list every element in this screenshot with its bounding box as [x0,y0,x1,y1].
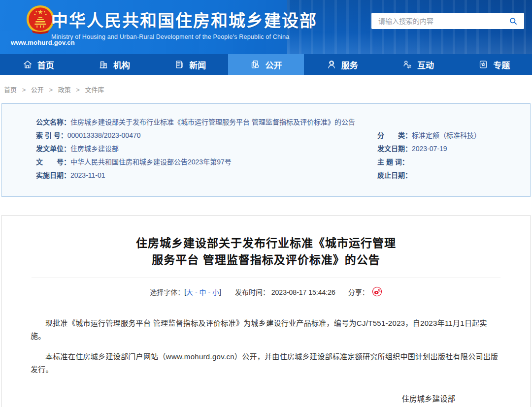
nav-label: 首页 [37,59,54,71]
nav-label: 机构 [113,59,130,71]
meta-row: 发文单位： 住房城乡建设部 发文日期： 2023-07-19 [36,142,520,156]
font-select-label: 选择字体： [150,287,184,297]
font-select-bracket-close: ] [219,288,221,296]
meta-label: 文 号： [36,156,70,169]
home-icon [22,59,33,70]
share-group: 分享： [348,286,382,297]
article-card: 住房城乡建设部关于发布行业标准《城市运行管理 服务平台 管理监督指标及评价标准》… [1,215,531,407]
search-box[interactable] [371,13,524,29]
meta-field-impl-date: 实施日期： 2023-11-01 [36,169,377,182]
meta-value: 000013338/2023-00470 [67,129,141,142]
meta-label: 主 题 词： [377,156,409,169]
title-divider [32,278,500,278]
font-size-medium-button[interactable]: 中 [200,287,206,297]
article-title: 住房城乡建设部关于发布行业标准《城市运行管理 服务平台 管理监督指标及评价标准》… [2,235,530,268]
share-label: 分享： [348,287,369,297]
meta-row: 实施日期： 2023-11-01 废止日期： [36,169,520,182]
meta-field-repeal-date: 废止日期： [377,169,520,182]
meta-row-doc-name: 公文名称： 住房城乡建设部关于发布行业标准《城市运行管理服务平台 管理监督指标及… [36,116,520,129]
article-title-line1: 住房城乡建设部关于发布行业标准《城市运行管理 [2,235,530,251]
article-meta-bar: 选择字体： [ 大 - 中 - 小 ] 发布时间： 2023-08-17 15:… [2,286,530,297]
breadcrumb-disclosure[interactable]: 公开 [31,86,44,94]
weibo-share-icon[interactable] [372,286,382,297]
nav-label: 新闻 [189,59,206,71]
site-header: www.mohurd.gov.cn 中华人民共和国住房和城乡建设部 Minist… [0,0,532,54]
nav-label: 互动 [417,59,434,71]
font-select-separator: - [193,288,199,296]
disclosure-icon [250,59,261,70]
font-select-separator: - [206,288,212,296]
breadcrumb-home[interactable]: 首页 [4,86,17,94]
search-icon [508,16,518,26]
meta-value: 2023-07-19 [412,142,447,156]
nav-item-interaction[interactable]: 互动 [380,54,456,75]
organization-icon [98,59,109,70]
meta-value: 标准定额（标准科技） [412,129,481,142]
search-input[interactable] [378,17,507,25]
breadcrumb-library[interactable]: 文件库 [85,86,104,94]
meta-field-doc-no: 文 号： 中华人民共和国住房和城乡建设部公告2023年第97号 [36,156,377,169]
meta-field-index-no: 索 引 号： 000013338/2023-00470 [36,129,377,142]
nav-item-disclosure[interactable]: 公开 [228,54,304,75]
article-paragraph-2: 本标准在住房城乡建设部门户网站（www.mohurd.gov.cn）公开，并由住… [31,350,501,376]
nav-item-service[interactable]: 服务 [304,54,380,75]
article-body: 现批准《城市运行管理服务平台 管理监督指标及评价标准》为城乡建设行业产品标准，编… [2,317,530,376]
breadcrumb-policy[interactable]: 政策 [58,86,71,94]
article-paragraph-1: 现批准《城市运行管理服务平台 管理监督指标及评价标准》为城乡建设行业产品标准，编… [31,317,501,343]
meta-label: 实施日期： [36,169,70,182]
section-gap [0,197,532,215]
publish-time-group: 发布时间： 2023-08-17 15:44:26 [235,287,335,297]
topic-icon [478,59,489,70]
meta-field-subject-words: 主 题 词： [377,156,520,169]
meta-label: 公文名称： [36,116,70,129]
nav-label: 专题 [493,59,510,71]
meta-value: 住房城乡建设部关于发布行业标准《城市运行管理服务平台 管理监督指标及评价标准》的… [70,116,355,129]
meta-label: 废止日期： [377,169,412,182]
meta-label: 索 引 号： [36,129,67,142]
publish-time-value: 2023-08-17 15:44:26 [271,288,335,296]
meta-field-category: 分 类： 标准定额（标准科技） [377,129,520,142]
meta-value: 中华人民共和国住房和城乡建设部公告2023年第97号 [70,156,232,169]
news-icon [174,59,185,70]
signature-block: 住房城乡建设部 2023年7月19日 [401,392,455,407]
font-size-small-button[interactable]: 小 [212,287,219,297]
font-size-large-button[interactable]: 大 [186,287,193,297]
breadcrumb-separator: > [49,86,53,94]
main-nav: 首页 机构 新闻 公开 服务 互动 [0,54,532,75]
service-icon [326,59,337,70]
breadcrumb-separator: > [76,86,80,94]
meta-label: 发文单位： [36,142,70,156]
meta-field-issuing-unit: 发文单位： 住房城乡建设部 [36,142,377,156]
meta-label: 分 类： [377,129,412,142]
article-title-line2: 服务平台 管理监督指标及评价标准》的公告 [2,251,530,268]
interaction-icon [402,59,413,70]
meta-label: 发文日期： [377,142,412,156]
breadcrumb-separator: > [22,86,26,94]
search-button[interactable] [507,15,519,27]
breadcrumb: 首页 > 公开 > 政策 > 文件库 [0,75,532,103]
meta-field-doc-name: 公文名称： 住房城乡建设部关于发布行业标准《城市运行管理服务平台 管理监督指标及… [36,116,355,129]
meta-row: 文 号： 中华人民共和国住房和城乡建设部公告2023年第97号 主 题 词： [36,156,520,169]
nav-item-organization[interactable]: 机构 [76,54,152,75]
meta-row: 索 引 号： 000013338/2023-00470 分 类： 标准定额（标准… [36,129,520,142]
publish-time-label: 发布时间： [235,288,269,296]
site-title: 中华人民共和国住房和城乡建设部 [51,11,317,31]
nav-item-topic[interactable]: 专题 [456,54,532,75]
nav-label: 公开 [265,59,282,71]
meta-value: 住房城乡建设部 [70,142,119,156]
site-subtitle: Ministry of Housing and Urban-Rural Deve… [51,33,317,40]
site-title-block: 中华人民共和国住房和城乡建设部 Ministry of Housing and … [51,11,317,40]
nav-label: 服务 [341,59,358,71]
document-meta-card: 公文名称： 住房城乡建设部关于发布行业标准《城市运行管理服务平台 管理监督指标及… [1,103,531,197]
nav-item-news[interactable]: 新闻 [152,54,228,75]
meta-field-issue-date: 发文日期： 2023-07-19 [377,142,520,156]
meta-value: 2023-11-01 [70,169,105,182]
nav-item-home[interactable]: 首页 [0,54,76,75]
signature-org: 住房城乡建设部 [401,392,455,406]
